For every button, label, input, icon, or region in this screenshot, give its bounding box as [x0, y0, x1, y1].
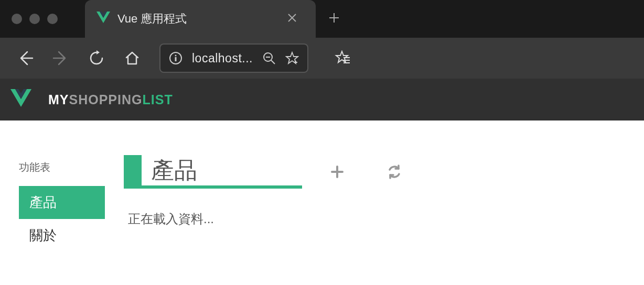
window-minimize-dot[interactable]: [29, 14, 40, 24]
sidebar-title: 功能表: [19, 160, 105, 174]
back-button[interactable]: [9, 42, 41, 74]
browser-tab[interactable]: Vue 應用程式: [85, 0, 316, 38]
brand-shopping: SHOPPING: [69, 92, 143, 107]
add-button[interactable]: [326, 155, 348, 189]
address-bar[interactable]: localhost...: [160, 45, 307, 72]
address-text: localhost...: [192, 51, 253, 65]
tab-title: Vue 應用程式: [117, 11, 283, 27]
vue-logo-icon: [10, 89, 31, 110]
vue-favicon-icon: [96, 12, 110, 26]
svg-point-1: [175, 55, 177, 57]
favorite-add-icon[interactable]: [285, 51, 299, 65]
sidebar: 功能表 產品 關於: [0, 120, 105, 252]
sidebar-item-about[interactable]: 關於: [19, 219, 105, 252]
refresh-icon[interactable]: [383, 155, 406, 189]
page-title-text: 產品: [142, 155, 302, 185]
new-tab-button[interactable]: [316, 10, 352, 27]
forward-button[interactable]: [45, 42, 77, 74]
zoom-out-icon[interactable]: [262, 51, 276, 65]
tab-close-icon[interactable]: [283, 10, 301, 28]
browser-toolbar: localhost...: [0, 38, 644, 79]
app-header: MYSHOPPINGLIST: [0, 79, 644, 120]
main-area: 功能表 產品 關於 產品 正在載入資料...: [0, 120, 644, 252]
loading-text: 正在載入資料...: [128, 211, 644, 227]
brand-my: MY: [48, 92, 69, 107]
brand: MYSHOPPINGLIST: [48, 92, 173, 107]
brand-list: LIST: [142, 92, 173, 107]
title-accent: [124, 155, 142, 185]
refresh-button[interactable]: [81, 42, 112, 74]
browser-chrome: Vue 應用程式 localhost...: [0, 0, 644, 79]
window-maximize-dot[interactable]: [47, 14, 58, 24]
info-icon[interactable]: [169, 51, 183, 65]
tab-bar: Vue 應用程式: [0, 0, 644, 38]
sidebar-item-products[interactable]: 產品: [19, 186, 105, 219]
content: 產品 正在載入資料...: [105, 120, 644, 252]
collections-button[interactable]: [326, 42, 358, 74]
window-controls: [0, 14, 69, 24]
page-title: 產品: [124, 155, 302, 189]
svg-rect-2: [175, 57, 177, 61]
window-close-dot[interactable]: [12, 14, 22, 24]
page-title-row: 產品: [124, 155, 644, 189]
home-button[interactable]: [116, 42, 148, 74]
